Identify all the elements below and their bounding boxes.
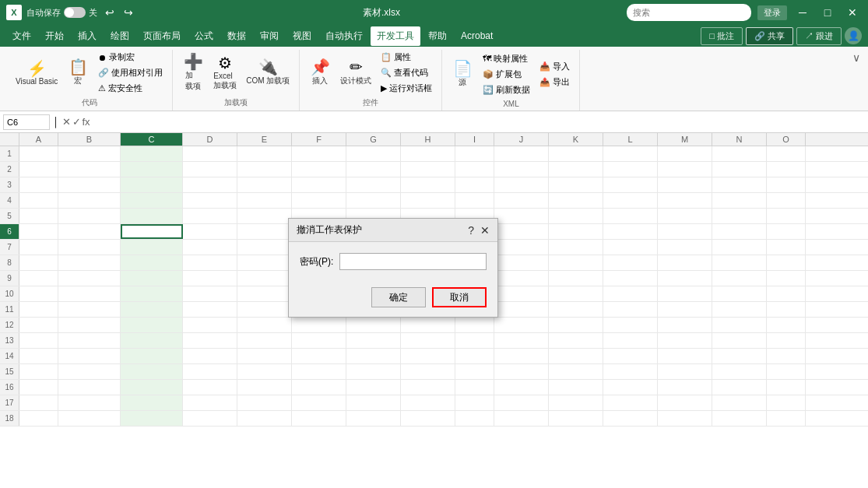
dialog-buttons: 确定 取消	[289, 287, 497, 317]
cancel-button[interactable]: 取消	[432, 287, 487, 307]
dialog-title-bar: 撤消工作表保护 ? ✕	[289, 219, 497, 242]
password-input[interactable]	[339, 253, 487, 270]
dialog-body: 密码(P):	[289, 242, 497, 287]
unprotect-dialog: 撤消工作表保护 ? ✕ 密码(P): 确定 取消	[288, 218, 498, 318]
dialog-overlay: 撤消工作表保护 ? ✕ 密码(P): 确定 取消	[0, 0, 868, 488]
password-field: 密码(P):	[300, 253, 487, 270]
dialog-title-right: ? ✕	[468, 224, 490, 237]
ok-button[interactable]: 确定	[371, 287, 426, 307]
dialog-title: 撤消工作表保护	[297, 223, 362, 237]
dialog-close-icon[interactable]: ✕	[480, 224, 490, 237]
password-label: 密码(P):	[300, 255, 333, 269]
dialog-help-icon[interactable]: ?	[468, 224, 474, 237]
